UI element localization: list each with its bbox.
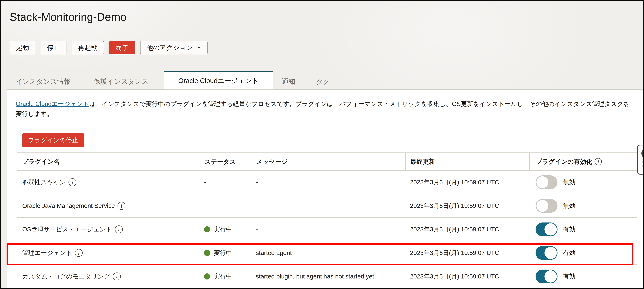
toggle-state-label: 無効 <box>563 178 575 186</box>
column-header-status: ステータス <box>200 153 252 170</box>
floating-widget[interactable] <box>637 145 644 175</box>
toggle-knob <box>544 247 557 259</box>
message-cell: - <box>252 171 406 194</box>
plugins-toolbar: プラグインの停止 <box>17 129 637 152</box>
status-cell: 実行中 <box>200 241 252 265</box>
start-button[interactable]: 起動 <box>10 41 36 54</box>
table-row-highlighted: 管理エージェント i 実行中 started agent 2023年3月6日(月… <box>17 241 637 265</box>
table-row: カスタム・ログのモニタリング i 実行中 started plugin, but… <box>17 265 637 289</box>
column-header-plugin-name: プラグイン名 <box>17 153 200 170</box>
info-icon[interactable]: i <box>594 158 602 165</box>
plugin-name-cell: OS管理サービス・エージェント i <box>17 218 200 241</box>
message-cell: started plugin, but agent has not starte… <box>252 265 406 288</box>
oracle-cloud-agent-link[interactable]: Oracle Cloudエージェント <box>16 100 89 107</box>
status-dot <box>204 250 210 256</box>
widget-bar-icon <box>642 165 644 167</box>
status-cell: - <box>200 171 252 194</box>
column-header-updated: 最終更新 <box>406 153 530 170</box>
toggle-knob <box>544 223 557 236</box>
plugin-name-cell: Oracle Java Management Service i <box>17 194 200 217</box>
status-dot <box>204 226 210 233</box>
plugin-toggle[interactable] <box>536 223 558 236</box>
enable-cell: 無効 <box>530 171 637 194</box>
enable-cell: 有効 <box>530 218 637 241</box>
agent-description: Oracle Cloudエージェントは、インスタンスで実行中のプラグインを管理す… <box>16 99 635 119</box>
tab-notifications[interactable]: 通知 <box>282 77 295 86</box>
info-icon[interactable]: i <box>113 273 121 280</box>
stop-button[interactable]: 停止 <box>41 41 66 54</box>
status-cell: - <box>200 194 252 217</box>
updated-cell: 2023年3月6日(月) 10:59:07 UTC <box>406 194 530 217</box>
status-dot <box>204 273 210 280</box>
updated-cell: 2023年3月6日(月) 10:59:07 UTC <box>406 171 530 194</box>
plugin-toggle[interactable] <box>536 175 558 189</box>
tab-oracle-cloud-agent[interactable]: Oracle Cloudエージェント <box>164 71 273 89</box>
more-actions-label: 他のアクション <box>147 44 192 51</box>
status-cell: 実行中 <box>200 218 252 241</box>
widget-bar-icon <box>642 161 644 163</box>
message-cell: - <box>252 218 406 241</box>
enable-cell: 有効 <box>530 241 637 265</box>
instance-details-page: Stack-Monitoring-Demo 起動 停止 再起動 終了 他のアクシ… <box>0 0 644 289</box>
toggle-state-label: 有効 <box>563 225 575 233</box>
message-cell: started agent <box>252 241 406 265</box>
tab-content-panel: Oracle Cloudエージェントは、インスタンスで実行中のプラグインを管理す… <box>7 89 643 288</box>
plugin-name-cell: カスタム・ログのモニタリング i <box>17 265 200 288</box>
plugin-toggle[interactable] <box>536 270 558 283</box>
terminate-button[interactable]: 終了 <box>109 41 135 54</box>
column-header-enabled: プラグインの有効化 i <box>530 153 637 170</box>
status-cell: 実行中 <box>200 265 252 288</box>
toggle-knob <box>544 270 557 283</box>
page-title: Stack-Monitoring-Demo <box>10 10 126 23</box>
chevron-down-icon: ▼ <box>197 46 201 50</box>
plugin-name-cell: 管理エージェント i <box>17 241 200 265</box>
tab-shielded-instance[interactable]: 保護インスタンス <box>94 77 148 86</box>
info-icon[interactable]: i <box>75 249 83 257</box>
stop-plugin-button[interactable]: プラグインの停止 <box>22 133 84 147</box>
updated-cell: 2023年3月6日(月) 10:59:07 UTC <box>406 241 530 265</box>
column-header-message: メッセージ <box>252 153 406 170</box>
globe-icon <box>641 147 644 159</box>
plugin-toggle[interactable] <box>536 246 558 260</box>
tab-tags[interactable]: タグ <box>316 77 330 86</box>
updated-cell: 2023年3月6日(月) 10:59:07 UTC <box>406 265 530 288</box>
table-header-row: プラグイン名 ステータス メッセージ 最終更新 プラグインの有効化 i <box>17 152 637 171</box>
toggle-state-label: 有効 <box>563 272 575 280</box>
reboot-button[interactable]: 再起動 <box>72 41 104 54</box>
enable-cell: 無効 <box>530 194 637 217</box>
toggle-state-label: 有効 <box>563 249 575 257</box>
toggle-state-label: 無効 <box>563 202 575 210</box>
info-icon[interactable]: i <box>68 178 76 186</box>
table-row: OS管理サービス・エージェント i 実行中 - 2023年3月6日(月) 10:… <box>17 218 637 241</box>
updated-cell: 2023年3月6日(月) 10:59:07 UTC <box>406 218 530 241</box>
message-cell: - <box>252 194 406 217</box>
agent-description-text: は、インスタンスで実行中のプラグインを管理する軽量なプロセスです。プラグインは、… <box>16 100 630 117</box>
table-row: Oracle Java Management Service i - - 202… <box>17 194 637 218</box>
tab-instance-info[interactable]: インスタンス情報 <box>16 77 70 86</box>
column-header-enabled-label: プラグインの有効化 <box>536 158 592 166</box>
enable-cell: 有効 <box>530 265 637 288</box>
plugin-toggle[interactable] <box>536 199 558 213</box>
toggle-knob <box>536 200 548 212</box>
plugin-name-cell: 脆弱性スキャン i <box>17 171 200 194</box>
info-icon[interactable]: i <box>115 225 123 233</box>
more-actions-button[interactable]: 他のアクション ▼ <box>140 41 208 54</box>
plugins-table-card: プラグインの停止 プラグイン名 ステータス メッセージ 最終更新 プラグインの有… <box>17 129 637 289</box>
table-row: 脆弱性スキャン i - - 2023年3月6日(月) 10:59:07 UTC … <box>17 171 637 194</box>
action-button-row: 起動 停止 再起動 終了 他のアクション ▼ <box>10 41 208 54</box>
info-icon[interactable]: i <box>118 202 126 210</box>
toggle-knob <box>536 176 548 188</box>
